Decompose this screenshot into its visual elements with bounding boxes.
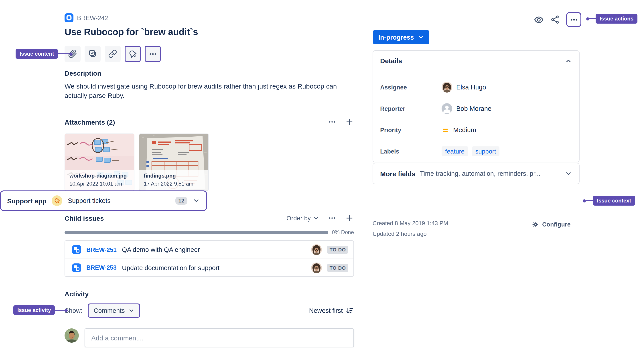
- assignee-avatar[interactable]: [311, 244, 322, 255]
- child-issues-list: BREW-251 QA demo with QA engineer TO DO …: [64, 240, 354, 277]
- configure-label: Configure: [542, 221, 571, 228]
- order-by-button[interactable]: Order by: [286, 214, 319, 222]
- annotation-connector: [55, 310, 65, 311]
- annotation-connector: [58, 54, 70, 54]
- label-chip[interactable]: feature: [442, 146, 468, 156]
- sort-order-button[interactable]: Newest first: [309, 306, 354, 315]
- attachments-more-button[interactable]: [328, 118, 336, 126]
- reporter-name: Bob Morane: [456, 105, 492, 112]
- attachment-filename: findings.png: [144, 173, 204, 179]
- share-icon: [550, 15, 560, 24]
- add-child-issue-button[interactable]: [84, 46, 100, 62]
- child-issues-heading: Child issues: [64, 214, 104, 222]
- watch-button[interactable]: [534, 14, 544, 25]
- label-chip[interactable]: support: [472, 146, 500, 156]
- child-issues-more-button[interactable]: [328, 214, 336, 222]
- field-row-assignee: Assignee Elsa Hugo: [380, 82, 572, 92]
- configure-button[interactable]: Configure: [532, 221, 571, 228]
- attachment-card[interactable]: findings.png 17 Apr 2022 9:51 am: [139, 134, 209, 191]
- more-fields-panel[interactable]: More fields Time tracking, automation, r…: [372, 163, 580, 184]
- attachment-date: 10 Apr 2022 10:01 am: [70, 181, 130, 187]
- details-header[interactable]: Details: [373, 51, 579, 71]
- details-panel: Details Assignee Elsa Hugo Reporter Bob …: [372, 50, 580, 162]
- annotation-label: Issue content: [16, 49, 58, 59]
- attachments-add-button[interactable]: [345, 118, 354, 126]
- assignee-avatar[interactable]: [311, 262, 322, 273]
- more-fields-summary: Time tracking, automation, reminders, pr…: [420, 170, 560, 177]
- issue-actions-more-button[interactable]: [566, 12, 581, 27]
- checklist-icon: [88, 50, 97, 58]
- share-button[interactable]: [550, 15, 560, 24]
- issue-content-toolbar: [64, 46, 161, 62]
- chevron-up-icon: [565, 57, 572, 64]
- issue-key-row: BREW-242: [64, 13, 108, 22]
- labels-value: feature support: [442, 146, 500, 156]
- attachments-section: Attachments (2): [64, 116, 354, 191]
- field-label: Priority: [380, 126, 442, 133]
- child-issue-key[interactable]: BREW-253: [86, 264, 117, 271]
- chevron-down-icon: [313, 215, 319, 221]
- assignee-value[interactable]: Elsa Hugo: [442, 82, 486, 92]
- description-heading: Description: [64, 70, 101, 77]
- child-progress-row: 0% Done: [64, 229, 354, 236]
- attachment-date: 17 Apr 2022 9:51 am: [144, 181, 204, 187]
- field-label: Assignee: [380, 84, 442, 90]
- activity-section: Activity Show: Comments Newest first: [64, 290, 354, 347]
- description-body[interactable]: We should investigate using Rubocop for …: [64, 82, 355, 100]
- ellipsis-icon: [570, 15, 578, 24]
- progress-bar: [64, 231, 328, 234]
- bell-icon: [128, 50, 137, 58]
- child-issues-add-button[interactable]: [345, 214, 354, 222]
- link-icon: [108, 50, 117, 58]
- child-issues-section: Child issues Order by 0% Done BREW-251 Q…: [64, 213, 354, 277]
- child-issue-summary[interactable]: QA demo with QA engineer: [122, 246, 306, 253]
- child-issue-summary[interactable]: Update documentation for support: [122, 264, 306, 271]
- annotation-issue-context: Issue context: [583, 196, 635, 206]
- field-row-reporter: Reporter Bob Morane: [380, 103, 572, 114]
- attachment-card[interactable]: workshop-diagram.jpg 10 Apr 2022 10:01 a…: [64, 134, 134, 191]
- chevron-down-icon: [565, 170, 572, 177]
- created-date: Created 8 May 2019 1:43 PM: [372, 220, 448, 226]
- gear-icon: [532, 221, 539, 228]
- subtask-icon: [72, 263, 81, 272]
- link-button[interactable]: [104, 46, 121, 62]
- field-row-priority: Priority Medium: [380, 124, 572, 135]
- support-app-heading: Support app: [7, 197, 46, 204]
- content-more-button[interactable]: [145, 46, 161, 62]
- reporter-avatar: [442, 103, 452, 114]
- support-tickets-button[interactable]: [125, 46, 141, 62]
- priority-medium-icon: [442, 126, 449, 134]
- attachment-filename: workshop-diagram.jpg: [70, 173, 130, 179]
- reporter-value[interactable]: Bob Morane: [442, 103, 492, 114]
- annotation-dot: [586, 17, 589, 20]
- issue-key[interactable]: BREW-242: [77, 14, 108, 21]
- issue-title[interactable]: Use Rubocop for `brew audit`s: [64, 27, 198, 38]
- child-issue-row[interactable]: BREW-253 Update documentation for suppor…: [65, 258, 354, 276]
- details-heading: Details: [380, 57, 402, 64]
- field-row-labels: Labels feature support: [380, 146, 572, 157]
- status-badge[interactable]: TO DO: [328, 246, 348, 254]
- annotation-label: Issue actions: [596, 14, 638, 24]
- current-user-avatar[interactable]: [64, 328, 79, 343]
- attachments-heading: Attachments (2): [64, 118, 115, 126]
- issue-actions-bar: [534, 12, 581, 27]
- annotation-connector: [589, 18, 596, 19]
- status-dropdown-button[interactable]: In-progress: [373, 30, 429, 44]
- annotation-dot: [70, 52, 73, 56]
- more-fields-heading: More fields: [380, 170, 415, 177]
- add-comment-input[interactable]: [84, 328, 354, 347]
- child-issue-key[interactable]: BREW-251: [86, 246, 117, 253]
- chevron-down-icon: [418, 34, 424, 40]
- priority-value[interactable]: Medium: [442, 126, 476, 134]
- annotation-issue-actions: Issue actions: [586, 14, 638, 24]
- sort-descending-icon: [346, 306, 354, 315]
- activity-filter-dropdown[interactable]: Comments: [88, 304, 140, 318]
- child-issue-row[interactable]: BREW-251 QA demo with QA engineer TO DO: [65, 241, 354, 258]
- priority-name: Medium: [453, 126, 476, 134]
- attachment-footer: workshop-diagram.jpg 10 Apr 2022 10:01 a…: [65, 170, 134, 190]
- support-count-badge: 12: [175, 197, 188, 205]
- status-badge[interactable]: TO DO: [328, 264, 348, 272]
- chevron-down-icon: [128, 308, 135, 314]
- support-app-panel[interactable]: Support app Support tickets 12: [0, 190, 207, 211]
- sort-label: Newest first: [309, 307, 343, 314]
